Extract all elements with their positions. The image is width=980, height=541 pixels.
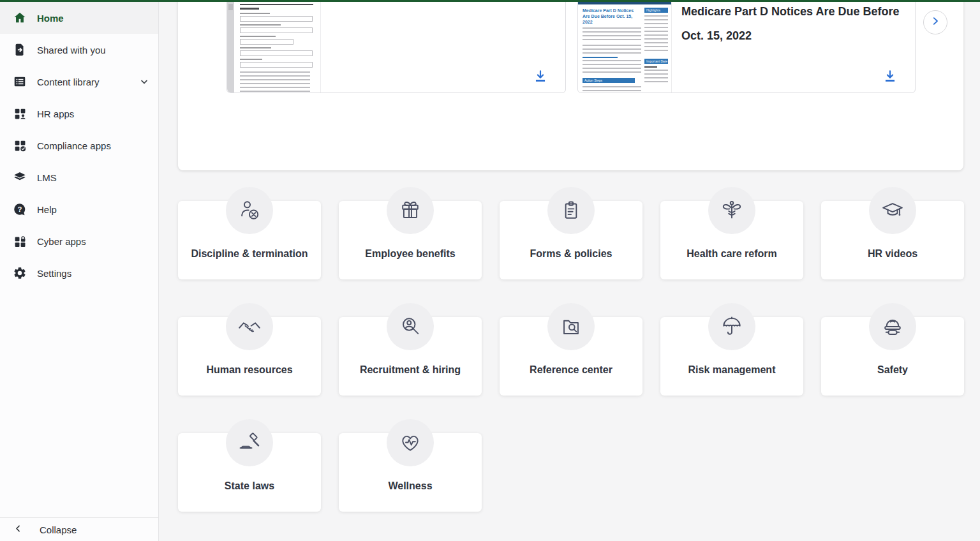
doc-preview-section: Action Steps xyxy=(583,78,635,83)
hr-apps-icon xyxy=(13,107,27,121)
category-label: HR videos xyxy=(868,248,917,279)
sidebar-item-label: Cyber apps xyxy=(37,236,149,247)
category-card-discipline-termination[interactable]: Discipline & termination xyxy=(178,187,321,279)
category-label: State laws xyxy=(225,480,274,512)
featured-document-title: Medicare Part D Notices Are Due Before O… xyxy=(681,0,923,48)
category-card-state-laws[interactable]: State laws xyxy=(178,419,321,512)
sidebar-item-settings[interactable]: Settings xyxy=(0,257,158,289)
category-label: Risk management xyxy=(688,364,776,396)
sidebar-item-shared-with-you[interactable]: Shared with you xyxy=(0,34,158,66)
category-label: Wellness xyxy=(388,480,432,512)
sidebar-item-label: Home xyxy=(37,13,149,24)
category-label: Health care reform xyxy=(687,248,776,279)
pdf-page-pane xyxy=(227,0,234,93)
caduceus-icon xyxy=(708,187,755,234)
category-label: Recruitment & hiring xyxy=(360,364,461,396)
category-label: Forms & policies xyxy=(530,248,612,279)
person-x-icon xyxy=(226,187,273,234)
chevron-left-icon xyxy=(13,524,23,535)
doc-preview-sidebar-heading: Important Date xyxy=(644,59,668,64)
sidebar-item-help[interactable]: ? Help xyxy=(0,193,158,225)
featured-document-card[interactable] xyxy=(226,0,566,93)
svg-text:?: ? xyxy=(18,205,22,213)
sidebar-item-home[interactable]: Home xyxy=(0,2,158,34)
category-card-forms-policies[interactable]: Forms & policies xyxy=(500,187,642,279)
sidebar-nav: Home Shared with you xyxy=(0,2,158,289)
category-card-hr-videos[interactable]: HR videos xyxy=(821,187,964,279)
category-label: Employee benefits xyxy=(365,248,455,279)
category-card-wellness[interactable]: Wellness xyxy=(339,419,482,512)
download-button[interactable] xyxy=(532,68,549,85)
category-label: Reference center xyxy=(530,364,612,396)
gavel-icon xyxy=(226,419,273,466)
top-accent-bar xyxy=(0,0,980,2)
category-grid: Discipline & termination Employee benefi… xyxy=(178,187,964,512)
person-search-icon xyxy=(387,303,434,350)
content-library-icon xyxy=(13,75,27,89)
heart-pulse-icon xyxy=(387,419,434,466)
category-label: Safety xyxy=(877,364,908,396)
folder-search-icon xyxy=(547,303,595,350)
carousel-next-button[interactable] xyxy=(923,10,947,34)
category-card-health-care-reform[interactable]: Health care reform xyxy=(660,187,803,279)
sidebar-item-content-library[interactable]: Content library xyxy=(0,66,158,98)
category-card-employee-benefits[interactable]: Employee benefits xyxy=(339,187,482,279)
sidebar-item-cyber-apps[interactable]: Cyber apps xyxy=(0,225,158,257)
clipboard-icon xyxy=(547,187,595,234)
sidebar-item-label: LMS xyxy=(37,172,149,183)
sidebar: Home Shared with you xyxy=(0,0,159,541)
document-thumbnail xyxy=(227,0,321,93)
category-card-risk-management[interactable]: Risk management xyxy=(660,303,803,396)
download-button[interactable] xyxy=(882,68,898,85)
sidebar-item-label: Help xyxy=(37,204,149,215)
graduation-cap-icon xyxy=(869,187,916,234)
shared-document-icon xyxy=(13,43,27,57)
handshake-icon xyxy=(226,303,273,350)
sidebar-item-label: Settings xyxy=(37,268,149,279)
sidebar-item-label: Content library xyxy=(37,77,139,87)
sidebar-item-label: HR apps xyxy=(37,108,149,119)
sidebar-collapse-button[interactable]: Collapse xyxy=(0,517,158,541)
document-thumbnail: Medicare Part D Notices Are Due Before O… xyxy=(578,0,672,93)
home-icon xyxy=(13,11,27,25)
sidebar-item-lms[interactable]: LMS xyxy=(0,161,158,193)
category-label: Discipline & termination xyxy=(191,248,308,279)
chevron-down-icon[interactable] xyxy=(139,77,149,87)
doc-preview-title: Medicare Part D Notices Are Due Before O… xyxy=(583,8,641,25)
sidebar-item-hr-apps[interactable]: HR apps xyxy=(0,98,158,130)
app-window: Home Shared with you xyxy=(0,0,980,541)
featured-document-card[interactable]: Medicare Part D Notices Are Due Before O… xyxy=(577,0,916,93)
hard-hat-icon xyxy=(869,303,916,350)
cyber-apps-icon xyxy=(13,234,27,248)
category-card-reference-center[interactable]: Reference center xyxy=(500,303,642,396)
lms-icon xyxy=(13,170,27,184)
sidebar-item-label: Shared with you xyxy=(37,45,149,56)
sidebar-item-label: Compliance apps xyxy=(37,140,149,151)
featured-documents-panel: Medicare Part D Notices Are Due Before O… xyxy=(178,0,963,170)
sidebar-item-compliance-apps[interactable]: Compliance apps xyxy=(0,130,158,161)
category-card-safety[interactable]: Safety xyxy=(821,303,964,396)
umbrella-icon xyxy=(708,303,755,350)
collapse-label: Collapse xyxy=(40,524,77,535)
category-label: Human resources xyxy=(206,364,292,396)
help-icon: ? xyxy=(13,202,27,216)
gift-icon xyxy=(387,187,434,234)
category-card-recruitment-hiring[interactable]: Recruitment & hiring xyxy=(339,303,482,396)
category-card-human-resources[interactable]: Human resources xyxy=(178,303,321,396)
doc-preview-sidebar-heading: Highlights xyxy=(644,8,668,13)
compliance-apps-icon xyxy=(13,138,27,152)
settings-icon xyxy=(13,266,27,280)
main-content: Medicare Part D Notices Are Due Before O… xyxy=(159,0,980,541)
chevron-right-icon xyxy=(930,15,941,29)
